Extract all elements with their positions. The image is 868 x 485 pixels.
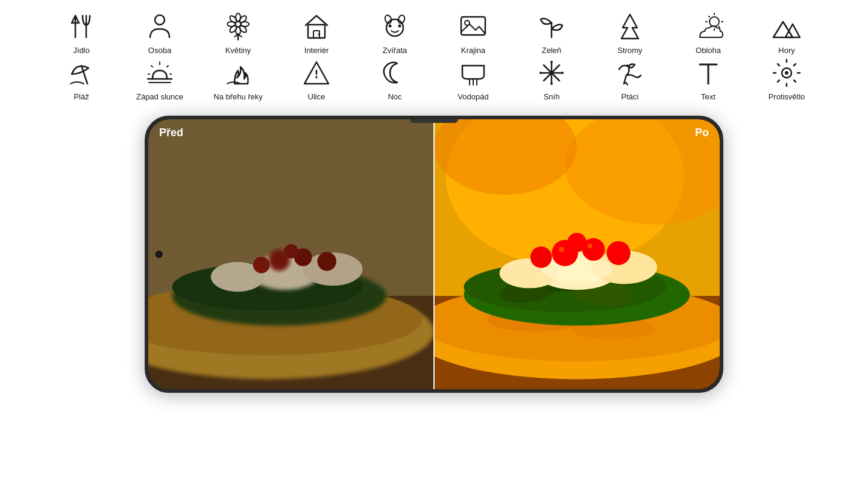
krajina-icon	[458, 11, 489, 42]
svg-line-66	[778, 80, 779, 82]
obloha-icon	[693, 11, 724, 42]
interior-label: Interiér	[304, 46, 329, 55]
svg-point-13	[228, 24, 238, 34]
na-brehu-reky-label: Na břehu řeky	[213, 92, 263, 101]
svg-rect-112	[434, 119, 720, 389]
stromy-icon	[614, 11, 646, 42]
plaz-icon	[66, 57, 97, 89]
icon-item-ptaci: Ptáci	[591, 57, 669, 101]
icon-item-noc: Noc	[356, 57, 434, 101]
interior-icon	[301, 11, 332, 42]
icon-row-2: Pláž Západ slunce Na břehu řeky	[42, 57, 826, 101]
food-image	[148, 119, 720, 389]
svg-point-19	[386, 19, 403, 36]
svg-line-64	[794, 80, 796, 82]
phone-mockup: Před Po	[145, 116, 723, 393]
icon-row-1: Jídlo Osoba	[42, 11, 826, 55]
svg-line-32	[719, 27, 720, 27]
phone-screen: Před Po	[148, 119, 720, 389]
svg-point-115	[157, 252, 161, 256]
svg-point-26	[709, 17, 719, 27]
icon-item-vodopad: Vodopád	[434, 57, 512, 101]
svg-point-51	[550, 61, 553, 63]
svg-line-33	[81, 66, 87, 84]
ptaci-label: Ptáci	[621, 92, 639, 101]
protisvetto-icon	[771, 57, 802, 89]
label-pred: Před	[159, 127, 183, 139]
icon-item-obloha: Obloha	[669, 11, 747, 55]
svg-line-63	[778, 64, 779, 66]
zvirata-label: Zvířata	[383, 46, 407, 55]
vodopad-label: Vodopád	[458, 92, 488, 101]
svg-rect-84	[148, 119, 434, 389]
icons-section: Jídlo Osoba	[0, 0, 868, 104]
protisvetto-label: Protisvětlo	[769, 92, 805, 101]
icon-item-zelen: Zeleň	[512, 11, 591, 55]
jidlo-label: Jídlo	[73, 46, 89, 55]
zapad-slunce-icon	[144, 57, 175, 89]
icon-item-plaz: Pláž	[42, 57, 121, 101]
icon-item-na-brehu-reky: Na břehu řeky	[199, 57, 277, 101]
osoba-icon	[144, 11, 175, 42]
krajina-label: Krajina	[461, 46, 485, 55]
svg-point-23	[397, 14, 406, 25]
noc-label: Noc	[388, 92, 401, 101]
snih-label: Sníh	[544, 92, 560, 101]
svg-point-22	[384, 14, 392, 25]
icon-item-stromy: Stromy	[591, 11, 669, 55]
text-label: Text	[701, 92, 715, 101]
kvetiny-label: Květiny	[225, 46, 251, 55]
svg-rect-24	[461, 17, 485, 35]
icon-item-kvetiny: Květiny	[199, 11, 277, 55]
hory-icon	[771, 11, 802, 42]
svg-point-21	[398, 25, 401, 28]
svg-point-14	[238, 24, 248, 34]
text-icon	[693, 57, 724, 89]
ulice-label: Ulice	[308, 92, 326, 101]
svg-point-55	[626, 64, 629, 67]
svg-line-37	[167, 66, 168, 67]
jidlo-icon	[66, 11, 97, 42]
svg-point-52	[550, 83, 553, 85]
svg-line-65	[794, 64, 796, 66]
obloha-label: Obloha	[696, 46, 721, 55]
svg-point-18	[318, 34, 320, 36]
snih-icon	[536, 57, 567, 89]
icon-item-osoba: Osoba	[121, 11, 199, 55]
svg-point-67	[785, 71, 788, 75]
ptaci-icon	[614, 57, 646, 89]
svg-point-12	[238, 14, 248, 24]
na-brehu-reky-icon	[222, 57, 254, 89]
icon-item-snih: Sníh	[512, 57, 591, 101]
icon-item-jidlo: Jídlo	[42, 11, 121, 55]
noc-icon	[379, 57, 410, 89]
osoba-label: Osoba	[148, 46, 171, 55]
icon-item-protisvetto: Protisvětlo	[747, 57, 826, 101]
icon-item-text: Text	[669, 57, 747, 101]
zelen-label: Zeleň	[542, 46, 562, 55]
svg-point-53	[539, 72, 542, 74]
zelen-icon	[536, 11, 567, 42]
zvirata-icon	[379, 11, 410, 42]
svg-point-5	[155, 15, 165, 25]
icon-item-zapad-slunce: Západ slunce	[121, 57, 199, 101]
kvetiny-icon	[222, 11, 254, 42]
svg-point-11	[228, 14, 238, 24]
icon-item-hory: Hory	[747, 11, 826, 55]
icon-item-interior: Interiér	[277, 11, 356, 55]
label-po: Po	[695, 127, 709, 139]
svg-line-36	[151, 66, 153, 67]
zapad-slunce-label: Západ slunce	[136, 92, 183, 101]
svg-point-20	[389, 25, 392, 28]
plaz-label: Pláž	[74, 92, 89, 101]
icon-item-ulice: Ulice	[277, 57, 356, 101]
stromy-label: Stromy	[617, 46, 642, 55]
hory-label: Hory	[778, 46, 794, 55]
ulice-icon	[301, 57, 332, 89]
icon-item-krajina: Krajina	[434, 11, 512, 55]
phone-top-bar	[410, 119, 458, 123]
phone-container: Před Po	[0, 116, 868, 393]
svg-line-31	[709, 16, 709, 17]
vodopad-icon	[458, 57, 489, 89]
icon-item-zvirata: Zvířata	[356, 11, 434, 55]
